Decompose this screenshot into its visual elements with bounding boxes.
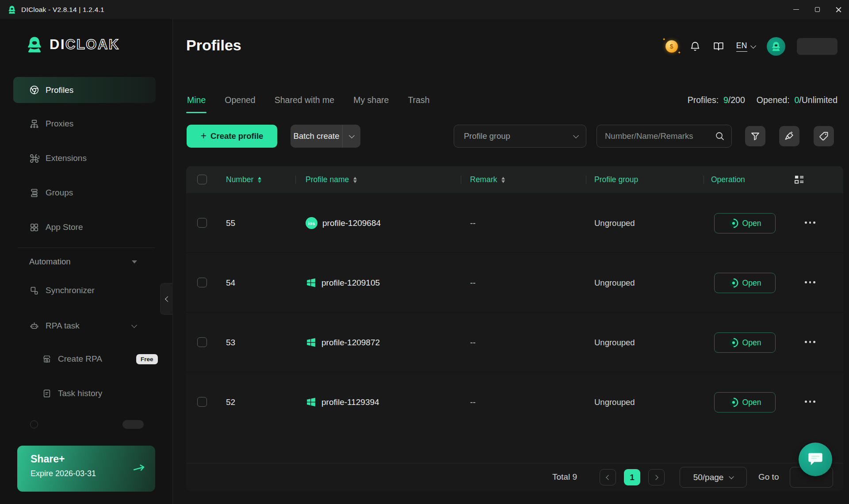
tag-button[interactable]: [814, 126, 834, 146]
open-profile-button[interactable]: Open: [714, 392, 776, 412]
open-label: Open: [742, 338, 761, 347]
batch-create-button[interactable]: Batch create: [291, 125, 360, 148]
sidebar-item-create-rpa[interactable]: Create RPA Free: [13, 347, 156, 371]
profiles-quota: Profiles: 9/200: [688, 95, 745, 105]
column-header-profile-name[interactable]: Profile name: [306, 166, 357, 193]
maximize-button[interactable]: [807, 0, 828, 19]
search-box: [597, 125, 732, 148]
select-all-checkbox[interactable]: [197, 175, 207, 184]
sidebar-collapse-handle[interactable]: [160, 283, 173, 315]
sidebar-item-synchronizer[interactable]: Synchronizer: [13, 278, 156, 303]
sidebar-section-automation[interactable]: Automation: [13, 249, 156, 274]
language-selector[interactable]: EN: [736, 41, 755, 52]
cell-remark: --: [470, 253, 476, 313]
table-row: 54 profile-1209105 -- Ungrouped Open: [186, 253, 843, 313]
column-label: Profile group: [594, 175, 638, 184]
open-profile-button[interactable]: Open: [714, 273, 776, 293]
chrome-icon: [29, 85, 39, 95]
create-profile-button[interactable]: + Create profile: [187, 125, 277, 148]
sidebar-item-task-history[interactable]: Task history: [13, 381, 156, 406]
filter-button[interactable]: [745, 126, 765, 146]
filter-funnel-icon: [750, 131, 761, 141]
sidebar-item-rpa-task[interactable]: RPA task: [13, 313, 156, 338]
brand-logo: DI CLOAK: [25, 35, 120, 54]
profile-group-select[interactable]: Profile group: [454, 125, 586, 148]
window-title: DICloak - V2.8.14 | 1.2.4.1: [21, 6, 104, 14]
page-size-value: 50/page: [693, 473, 724, 482]
row-more-actions-button[interactable]: [804, 398, 816, 405]
open-profile-button[interactable]: Open: [714, 213, 776, 233]
column-header-remark[interactable]: Remark: [470, 166, 505, 193]
row-more-actions-button[interactable]: [804, 219, 816, 226]
sidebar-item-app-store[interactable]: App Store: [13, 215, 156, 240]
tab-my-share[interactable]: My share: [352, 85, 390, 113]
close-button[interactable]: [828, 0, 849, 19]
row-checkbox[interactable]: [197, 397, 207, 407]
row-more-actions-button[interactable]: [804, 338, 816, 346]
document-icon: [42, 389, 52, 398]
caret-down-icon: [132, 260, 137, 263]
cell-remark: --: [470, 193, 476, 253]
avatar[interactable]: [767, 37, 785, 56]
app-grid-icon: [29, 222, 39, 233]
support-chat-button[interactable]: [799, 443, 832, 476]
logo-text-cloak: CLOAK: [65, 37, 120, 53]
column-separator: [704, 176, 704, 184]
share-promo-card[interactable]: Share+ Expire 2026-03-31: [17, 446, 155, 492]
prev-page-button[interactable]: [600, 469, 616, 485]
column-label: Number: [226, 175, 253, 184]
open-profile-button[interactable]: Open: [714, 332, 776, 353]
sidebar-item-label: Task history: [58, 389, 102, 398]
sidebar-item-extensions[interactable]: Extensions: [13, 146, 156, 171]
sidebar-item-proxies[interactable]: Proxies: [13, 111, 156, 136]
row-checkbox[interactable]: [197, 278, 207, 287]
search-input[interactable]: [605, 131, 715, 141]
tab-shared-with-me[interactable]: Shared with me: [274, 85, 335, 113]
table-header: Number Profile name Remark Profile group: [186, 166, 843, 193]
coin-rewards-icon[interactable]: $✦✦: [665, 40, 678, 53]
quota-stats: Profiles: 9/200 Opened: 0/Unlimited: [688, 95, 838, 105]
notifications-bell-icon[interactable]: [689, 41, 701, 52]
goto-label: Go to: [758, 472, 779, 482]
column-header-number[interactable]: Number: [226, 166, 261, 193]
profile-group-placeholder: Profile group: [464, 131, 510, 141]
docs-book-icon[interactable]: [712, 41, 725, 52]
row-checkbox[interactable]: [197, 337, 207, 347]
tag-icon: [818, 131, 829, 141]
cell-profile-group: Ungrouped: [594, 372, 635, 432]
next-page-button[interactable]: [648, 469, 665, 485]
plus-icon: +: [201, 130, 207, 142]
browser-orb-icon: [729, 218, 738, 228]
table-row: 53 profile-1209872 -- Ungrouped Open: [186, 313, 843, 372]
column-settings-button[interactable]: [793, 174, 805, 187]
username-redacted: [797, 38, 838, 55]
profile-name-text: profile-1129394: [321, 397, 379, 407]
cell-number: 55: [226, 193, 235, 253]
tab-opened[interactable]: Opened: [224, 85, 256, 113]
batch-create-dropdown[interactable]: [343, 135, 360, 137]
column-header-operation: Operation: [711, 166, 745, 193]
column-separator: [461, 176, 461, 184]
row-more-actions-button[interactable]: [804, 279, 816, 286]
arrow-right-icon: [132, 463, 145, 475]
clean-brush-button[interactable]: [779, 126, 799, 146]
minimize-button[interactable]: [785, 0, 807, 19]
search-icon[interactable]: [715, 131, 725, 141]
browser-orb-icon: [729, 397, 738, 407]
cell-remark: --: [470, 313, 476, 372]
column-separator: [586, 176, 586, 184]
profile-name-text: profile-1209684: [322, 218, 381, 228]
tab-trash[interactable]: Trash: [407, 85, 430, 113]
sidebar-item-label: Extensions: [46, 153, 87, 163]
page-size-select[interactable]: 50/page: [680, 467, 747, 488]
tab-mine[interactable]: Mine: [186, 85, 207, 113]
sidebar-item-groups[interactable]: Groups: [13, 180, 156, 205]
row-checkbox[interactable]: [197, 218, 207, 228]
sidebar-item-partial-badge: [122, 420, 144, 429]
sidebar-item-profiles[interactable]: Profiles: [13, 77, 156, 103]
page-number-current[interactable]: 1: [624, 469, 640, 485]
groups-icon: [29, 188, 39, 198]
table-row: 52 profile-1129394 -- Ungrouped Open: [186, 372, 843, 432]
windows-os-icon: [306, 337, 317, 348]
store-icon: [42, 354, 52, 364]
